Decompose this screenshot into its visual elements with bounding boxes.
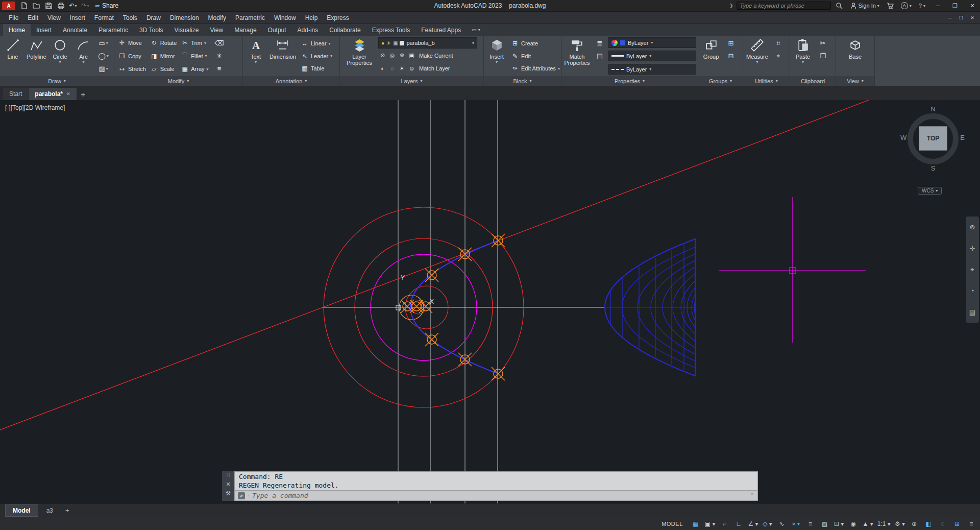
layer-unlock-icon[interactable]: ⊜ [407,63,416,74]
help-button[interactable]: ?▾ [916,1,928,11]
menu-item-view[interactable]: View [43,12,65,24]
viewcube-west[interactable]: W [900,134,906,141]
chevron-down-icon[interactable]: ▾ [248,493,250,498]
menu-item-help[interactable]: Help [301,12,323,24]
snap-mode-icon[interactable]: ▣ ▾ [703,519,717,529]
viewcube-north[interactable]: N [899,105,967,113]
viewport-controls-label[interactable]: [-][Top][2D Wireframe] [5,104,65,111]
dynamic-input-icon[interactable]: ⌐ [718,519,731,529]
insert-block-button[interactable]: Insert ▾ [485,37,508,75]
command-input-placeholder[interactable]: Type a command [252,492,308,499]
mirror-button[interactable]: ◨Mirror [148,50,179,62]
panel-label-groups[interactable]: Groups▾ [698,76,743,86]
model-space-button[interactable]: MODEL [656,521,688,527]
grid-icon[interactable]: ▦ [689,519,702,529]
menu-item-draw[interactable]: Draw [142,12,165,24]
layer-on-icon[interactable]: ● [381,40,384,46]
customization-icon[interactable]: ≡ [965,519,978,529]
navigation-bar[interactable]: ⊚ ✛ ⌖ ◔ ▤ [966,216,979,323]
scale-button[interactable]: ▱Scale [148,63,179,75]
quick-calc-button[interactable]: ⌗ [771,37,786,50]
minimize-button[interactable]: ─ [930,0,945,12]
model-space-viewport[interactable]: Y X [-][Top][2D Wireframe] N W E S TOP W… [0,100,980,503]
ribbon-tab-insert[interactable]: Insert [31,24,57,36]
edit-block-button[interactable]: ✎Edit [509,50,561,62]
object-snap-icon[interactable]: ⌖ ▾ [790,519,803,529]
layer-isolate-icon[interactable]: ◎ [388,50,397,61]
orbit-icon[interactable]: ◔ [970,287,974,295]
layer-properties-button[interactable]: Layer Properties [341,37,377,75]
new-drawing-tab-button[interactable]: + [77,88,89,100]
group-button[interactable]: Group [700,37,722,75]
leader-button[interactable]: ↖Leader▾ [299,50,334,62]
layer-freeze-icon[interactable]: ❄ [398,50,406,61]
cut-button[interactable]: ✂ [815,37,830,50]
steering-wheel-icon[interactable]: ⊚ [970,223,975,231]
panel-label-clipboard[interactable]: Clipboard [790,76,836,86]
move-button[interactable]: ✛Move [116,37,148,49]
viewcube-south[interactable]: S [899,164,967,172]
construction-xlines[interactable] [322,100,604,503]
make-current-button[interactable]: Make Current [417,50,455,62]
layer-thaw-all-icon[interactable]: ☀ [398,63,406,74]
ribbon-tab-parametric[interactable]: Parametric [93,24,134,36]
properties-list-button[interactable]: ≣ [592,37,607,50]
dimension-button[interactable]: Dimension [268,37,298,75]
layer-lock-tool-icon[interactable]: ▣ [407,50,416,61]
ribbon-tab-collaborate[interactable]: Collaborate [324,24,366,36]
command-customize-icon[interactable]: ⚒ [226,490,231,497]
array-button[interactable]: ▦Array▾ [179,63,210,75]
modify-more-button[interactable]: ≡ [212,62,227,75]
linetype-dropdown[interactable]: ByLayer ▾ [608,64,696,75]
clean-screen-icon[interactable]: ⊞ [950,519,964,529]
showmotion-icon[interactable]: ▤ [969,308,975,316]
ellipse-button[interactable]: ◯▾ [96,50,111,62]
undo-button[interactable]: ↶▾ [67,1,79,11]
linear-dimension-button[interactable]: ↔Linear▾ [299,37,334,50]
id-point-button[interactable]: ⌖ [771,50,786,62]
circle-button[interactable]: Circle ▾ [49,37,71,75]
menu-item-parametric[interactable]: Parametric [231,12,270,24]
point-markers[interactable] [401,234,505,380]
annotation-visibility-icon[interactable]: ◉ [847,519,860,529]
panel-label-draw[interactable]: Draw▾ [0,76,114,86]
line-button[interactable]: Line [2,37,24,75]
autodesk-apps-button[interactable]: A▾ [898,1,914,11]
close-button[interactable]: ✕ [965,0,980,12]
plot-button[interactable] [55,1,66,11]
file-tab-close-icon[interactable]: ✕ [66,91,70,97]
menu-item-insert[interactable]: Insert [65,12,90,24]
fillet-button[interactable]: ⌒Fillet▾ [179,50,210,62]
menu-item-file[interactable]: File [4,12,23,24]
object-color-dropdown[interactable]: ByLayer ▾ [608,37,696,48]
menu-item-window[interactable]: Window [270,12,301,24]
match-properties-button[interactable]: Match Properties [563,37,591,75]
red-construction-geometry[interactable] [0,100,869,430]
lineweight-icon[interactable]: ≡ [804,519,817,529]
paste-button[interactable]: Paste ▾ [792,37,814,75]
sign-in-button[interactable]: Sign In▾ [847,1,882,11]
menu-item-dimension[interactable]: Dimension [165,12,204,24]
edit-attributes-button[interactable]: ✑Edit Attributes▾ [509,62,561,75]
panel-label-layers[interactable]: Layers▾ [340,76,483,86]
match-layer-button[interactable]: Match Layer [417,62,452,75]
hatch-button[interactable]: ▨▾ [96,62,111,75]
panel-label-properties[interactable]: Properties▾ [561,76,698,86]
layer-dropdown[interactable]: ● ☀ ▣ parabola_b ▾ [378,37,477,49]
redo-button[interactable]: ↷▾ [80,1,91,11]
isolate-objects-icon[interactable]: ◌ [936,519,949,529]
layer-turn-on-icon[interactable]: ◐ [378,63,387,74]
menu-item-tools[interactable]: Tools [118,12,142,24]
search-collapse-icon[interactable]: ❯ [728,3,734,8]
command-window[interactable]: ∷ ✕ ⚒ Command: RE REGEN Regenerating mod… [222,471,758,501]
ribbon-tab-add-ins[interactable]: Add-ins [292,24,324,36]
ribbon-tab-3d-tools[interactable]: 3D Tools [134,24,168,36]
panel-label-annotation[interactable]: Annotation▾ [243,76,339,86]
share-button[interactable]: ➦Share [92,1,121,11]
polar-tracking-icon[interactable]: ∠ ▾ [746,519,760,529]
panel-label-block[interactable]: Block▾ [484,76,561,86]
layer-color-swatch[interactable] [400,41,404,45]
ribbon-tab-featured-apps[interactable]: Featured Apps [415,24,467,36]
add-layout-button[interactable]: + [61,504,74,516]
table-button[interactable]: ▦Table [299,62,334,75]
